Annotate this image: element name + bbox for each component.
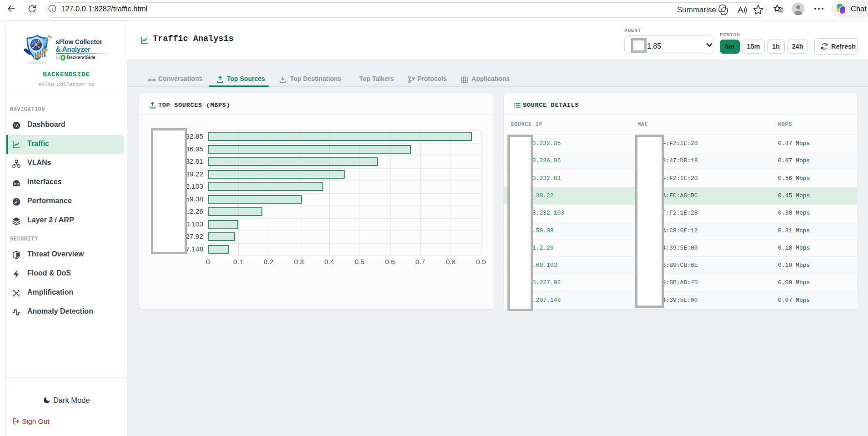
- svg-text:& Analyzer: & Analyzer: [55, 45, 90, 53]
- svg-text:sFlow Collector: sFlow Collector: [55, 38, 103, 45]
- svg-text:by: by: [56, 55, 60, 60]
- svg-text:BackendSide: BackendSide: [67, 55, 95, 60]
